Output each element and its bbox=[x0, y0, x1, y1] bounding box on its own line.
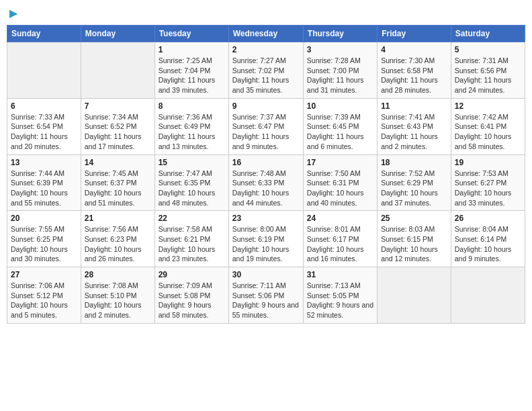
column-header-wednesday: Wednesday bbox=[228, 26, 303, 42]
day-number: 1 bbox=[159, 45, 225, 54]
calendar-day: 4Sunrise: 7:30 AMSunset: 6:58 PMDaylight… bbox=[378, 42, 451, 99]
calendar-day: 22Sunrise: 7:58 AMSunset: 6:21 PMDayligh… bbox=[154, 211, 228, 267]
day-info: Sunrise: 7:30 AMSunset: 6:58 PMDaylight:… bbox=[381, 56, 447, 95]
day-number: 15 bbox=[159, 158, 225, 167]
day-number: 25 bbox=[381, 214, 447, 223]
calendar-day: 2Sunrise: 7:27 AMSunset: 7:02 PMDaylight… bbox=[228, 42, 303, 99]
calendar-day: 1Sunrise: 7:25 AMSunset: 7:04 PMDaylight… bbox=[154, 42, 228, 99]
day-info: Sunrise: 7:42 AMSunset: 6:41 PMDaylight:… bbox=[455, 112, 521, 152]
day-info: Sunrise: 7:08 AMSunset: 5:10 PMDaylight:… bbox=[85, 281, 151, 320]
calendar-day: 18Sunrise: 7:52 AMSunset: 6:29 PMDayligh… bbox=[378, 154, 451, 211]
calendar-day bbox=[451, 267, 525, 324]
day-info: Sunrise: 7:50 AMSunset: 6:31 PMDaylight:… bbox=[307, 169, 373, 208]
calendar-day bbox=[7, 42, 81, 99]
logo-bird-icon: ▶ bbox=[9, 7, 17, 19]
day-info: Sunrise: 7:27 AMSunset: 7:02 PMDaylight:… bbox=[232, 56, 300, 95]
day-number: 31 bbox=[307, 270, 373, 279]
calendar-day: 20Sunrise: 7:55 AMSunset: 6:25 PMDayligh… bbox=[7, 211, 81, 267]
day-info: Sunrise: 7:56 AMSunset: 6:23 PMDaylight:… bbox=[85, 224, 151, 264]
day-info: Sunrise: 7:48 AMSunset: 6:33 PMDaylight:… bbox=[232, 169, 300, 208]
column-header-saturday: Saturday bbox=[451, 26, 525, 42]
day-number: 5 bbox=[455, 45, 521, 54]
day-info: Sunrise: 7:31 AMSunset: 6:56 PMDaylight:… bbox=[455, 56, 521, 95]
day-number: 2 bbox=[232, 45, 300, 54]
day-number: 6 bbox=[11, 101, 77, 111]
calendar-day bbox=[81, 42, 154, 99]
day-number: 16 bbox=[232, 158, 300, 167]
day-number: 27 bbox=[11, 270, 77, 279]
calendar-day: 24Sunrise: 8:01 AMSunset: 6:17 PMDayligh… bbox=[303, 211, 377, 267]
calendar-day bbox=[378, 267, 451, 324]
day-info: Sunrise: 7:28 AMSunset: 7:00 PMDaylight:… bbox=[307, 56, 373, 95]
calendar-day: 21Sunrise: 7:56 AMSunset: 6:23 PMDayligh… bbox=[81, 211, 154, 267]
day-info: Sunrise: 7:52 AMSunset: 6:29 PMDaylight:… bbox=[381, 169, 447, 208]
logo: ▶ bbox=[9, 7, 17, 19]
calendar-day: 3Sunrise: 7:28 AMSunset: 7:00 PMDaylight… bbox=[303, 42, 377, 99]
day-number: 11 bbox=[381, 101, 447, 111]
page-header: ▶ bbox=[7, 7, 525, 19]
calendar-day: 25Sunrise: 8:03 AMSunset: 6:15 PMDayligh… bbox=[378, 211, 451, 267]
day-number: 4 bbox=[381, 45, 447, 54]
day-number: 18 bbox=[381, 158, 447, 167]
calendar-day: 29Sunrise: 7:09 AMSunset: 5:08 PMDayligh… bbox=[154, 267, 228, 324]
calendar-day: 31Sunrise: 7:13 AMSunset: 5:05 PMDayligh… bbox=[303, 267, 377, 324]
calendar-day: 14Sunrise: 7:45 AMSunset: 6:37 PMDayligh… bbox=[81, 154, 154, 211]
day-info: Sunrise: 7:34 AMSunset: 6:52 PMDaylight:… bbox=[85, 112, 151, 152]
column-header-monday: Monday bbox=[81, 26, 154, 42]
day-info: Sunrise: 7:25 AMSunset: 7:04 PMDaylight:… bbox=[159, 56, 225, 95]
day-number: 20 bbox=[11, 214, 77, 223]
day-info: Sunrise: 7:41 AMSunset: 6:43 PMDaylight:… bbox=[381, 112, 447, 152]
day-info: Sunrise: 7:53 AMSunset: 6:27 PMDaylight:… bbox=[455, 169, 521, 208]
day-info: Sunrise: 8:01 AMSunset: 6:17 PMDaylight:… bbox=[307, 224, 373, 264]
calendar-table: SundayMondayTuesdayWednesdayThursdayFrid… bbox=[7, 25, 525, 324]
calendar-week-3: 13Sunrise: 7:44 AMSunset: 6:39 PMDayligh… bbox=[7, 154, 525, 211]
day-number: 19 bbox=[455, 158, 521, 167]
day-number: 22 bbox=[159, 214, 225, 223]
day-info: Sunrise: 7:33 AMSunset: 6:54 PMDaylight:… bbox=[11, 112, 77, 152]
day-info: Sunrise: 7:55 AMSunset: 6:25 PMDaylight:… bbox=[11, 224, 77, 264]
calendar-day: 26Sunrise: 8:04 AMSunset: 6:14 PMDayligh… bbox=[451, 211, 525, 267]
calendar-day: 11Sunrise: 7:41 AMSunset: 6:43 PMDayligh… bbox=[378, 98, 451, 154]
calendar-day: 23Sunrise: 8:00 AMSunset: 6:19 PMDayligh… bbox=[228, 211, 303, 267]
day-number: 24 bbox=[307, 214, 373, 223]
day-number: 10 bbox=[307, 101, 373, 111]
day-info: Sunrise: 7:37 AMSunset: 6:47 PMDaylight:… bbox=[232, 112, 300, 152]
day-info: Sunrise: 8:00 AMSunset: 6:19 PMDaylight:… bbox=[232, 224, 300, 264]
calendar-day: 19Sunrise: 7:53 AMSunset: 6:27 PMDayligh… bbox=[451, 154, 525, 211]
calendar-week-1: 1Sunrise: 7:25 AMSunset: 7:04 PMDaylight… bbox=[7, 42, 525, 99]
column-header-sunday: Sunday bbox=[7, 26, 81, 42]
calendar-week-5: 27Sunrise: 7:06 AMSunset: 5:12 PMDayligh… bbox=[7, 267, 525, 324]
calendar-day: 27Sunrise: 7:06 AMSunset: 5:12 PMDayligh… bbox=[7, 267, 81, 324]
calendar-day: 7Sunrise: 7:34 AMSunset: 6:52 PMDaylight… bbox=[81, 98, 154, 154]
calendar-day: 17Sunrise: 7:50 AMSunset: 6:31 PMDayligh… bbox=[303, 154, 377, 211]
column-header-tuesday: Tuesday bbox=[154, 26, 228, 42]
day-number: 17 bbox=[307, 158, 373, 167]
day-number: 28 bbox=[85, 270, 151, 279]
day-info: Sunrise: 7:13 AMSunset: 5:05 PMDaylight:… bbox=[307, 281, 373, 320]
day-number: 14 bbox=[85, 158, 151, 167]
calendar-day: 12Sunrise: 7:42 AMSunset: 6:41 PMDayligh… bbox=[451, 98, 525, 154]
column-header-thursday: Thursday bbox=[303, 26, 377, 42]
calendar-day: 16Sunrise: 7:48 AMSunset: 6:33 PMDayligh… bbox=[228, 154, 303, 211]
calendar-day: 6Sunrise: 7:33 AMSunset: 6:54 PMDaylight… bbox=[7, 98, 81, 154]
day-number: 30 bbox=[232, 270, 300, 279]
day-info: Sunrise: 7:11 AMSunset: 5:06 PMDaylight:… bbox=[232, 281, 300, 320]
day-number: 8 bbox=[159, 101, 225, 111]
day-info: Sunrise: 7:47 AMSunset: 6:35 PMDaylight:… bbox=[159, 169, 225, 208]
day-number: 9 bbox=[232, 101, 300, 111]
day-number: 23 bbox=[232, 214, 300, 223]
calendar-day: 15Sunrise: 7:47 AMSunset: 6:35 PMDayligh… bbox=[154, 154, 228, 211]
day-info: Sunrise: 7:58 AMSunset: 6:21 PMDaylight:… bbox=[159, 224, 225, 264]
day-number: 29 bbox=[159, 270, 225, 279]
column-header-friday: Friday bbox=[378, 26, 451, 42]
calendar-day: 9Sunrise: 7:37 AMSunset: 6:47 PMDaylight… bbox=[228, 98, 303, 154]
day-number: 26 bbox=[455, 214, 521, 223]
day-info: Sunrise: 8:03 AMSunset: 6:15 PMDaylight:… bbox=[381, 224, 447, 264]
calendar-day: 10Sunrise: 7:39 AMSunset: 6:45 PMDayligh… bbox=[303, 98, 377, 154]
day-info: Sunrise: 7:44 AMSunset: 6:39 PMDaylight:… bbox=[11, 169, 77, 208]
day-info: Sunrise: 7:39 AMSunset: 6:45 PMDaylight:… bbox=[307, 112, 373, 152]
calendar-day: 30Sunrise: 7:11 AMSunset: 5:06 PMDayligh… bbox=[228, 267, 303, 324]
day-number: 7 bbox=[85, 101, 151, 111]
day-info: Sunrise: 7:06 AMSunset: 5:12 PMDaylight:… bbox=[11, 281, 77, 320]
day-number: 3 bbox=[307, 45, 373, 54]
